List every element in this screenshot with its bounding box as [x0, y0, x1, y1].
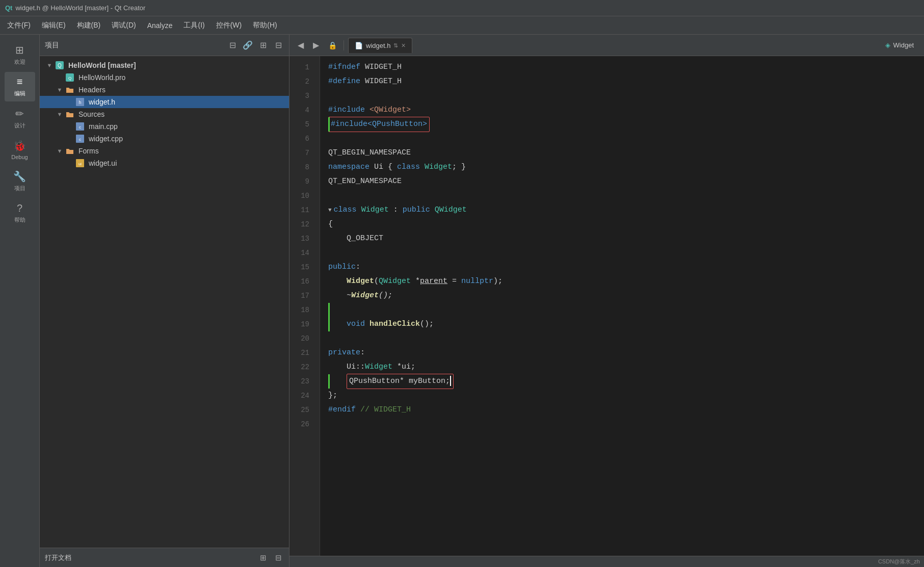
tree-item-sources[interactable]: ▼Sources	[40, 108, 289, 120]
title-bar: Qt widget.h @ HelloWorld [master] - Qt C…	[0, 0, 924, 16]
tree-label: main.cpp	[89, 122, 118, 131]
code-line-18[interactable]	[328, 303, 924, 317]
code-line-13[interactable]: Q_OBJECT	[328, 231, 924, 246]
menu-item-h[interactable]: 帮助(H)	[248, 19, 282, 32]
sidebar-item-设计[interactable]: ✏设计	[5, 104, 35, 134]
code-line-10[interactable]	[328, 189, 924, 203]
menu-item-d[interactable]: 调试(D)	[107, 19, 141, 32]
sidebar-item-项目[interactable]: 🔧项目	[5, 166, 35, 196]
token: ();	[379, 289, 392, 303]
sidebar-icon-Debug: 🐞	[13, 140, 26, 152]
sidebar-item-欢迎[interactable]: ⊞欢迎	[5, 40, 35, 70]
code-line-8[interactable]: namespace Ui { class Widget; }	[328, 160, 924, 174]
link-btn[interactable]: 🔗	[242, 40, 253, 51]
tree-item-pro[interactable]: QHelloWorld.pro	[40, 71, 289, 84]
code-editor[interactable]: 1234567891011121314151617181920212223242…	[289, 56, 924, 556]
sidebar-item-Debug[interactable]: 🐞Debug	[5, 136, 35, 164]
code-content[interactable]: #ifndef WIDGET_H#define WIDGET_H#include…	[320, 56, 924, 556]
line-num-3: 3	[289, 89, 313, 103]
code-line-12[interactable]: {	[328, 217, 924, 231]
file-tab[interactable]: 📄 widget.h ⇅ ×	[348, 38, 412, 53]
open-docs-label: 打开文档	[45, 553, 253, 562]
tree-item-forms[interactable]: ▼Forms	[40, 145, 289, 157]
menu-item-i[interactable]: 工具(I)	[178, 19, 209, 32]
tree-item-widget_h[interactable]: hwidget.h	[40, 96, 289, 108]
code-line-16[interactable]: Widget(QWidget *parent = nullptr);	[328, 274, 924, 289]
code-line-15[interactable]: public:	[328, 260, 924, 274]
tree-file-icon: ui	[75, 159, 85, 168]
token: Ui::	[328, 360, 365, 374]
token: :	[389, 203, 403, 217]
sidebar-item-编辑[interactable]: ≡编辑	[5, 72, 35, 101]
sidebar-label-项目: 项目	[14, 185, 25, 192]
sidebar-label-帮助: 帮助	[14, 216, 25, 224]
code-line-5[interactable]: #include<QPushButton>	[328, 117, 924, 132]
code-line-22[interactable]: Ui::Widget *ui;	[328, 360, 924, 374]
tree-item-widget_ui[interactable]: uiwidget.ui	[40, 157, 289, 169]
tree-item-widget_cpp[interactable]: cwidget.cpp	[40, 133, 289, 145]
menu-item-w[interactable]: 控件(W)	[211, 19, 247, 32]
token: QWidget	[379, 274, 411, 289]
credit-text: CSDN@落水_zh	[878, 558, 920, 565]
line-num-4: 4	[289, 103, 313, 117]
code-line-19[interactable]: void handleClick();	[328, 317, 924, 331]
code-line-9[interactable]: QT_END_NAMESPACE	[328, 174, 924, 189]
menu-item-f[interactable]: 文件(F)	[2, 19, 36, 32]
code-line-7[interactable]: QT_BEGIN_NAMESPACE	[328, 146, 924, 160]
code-line-25[interactable]: #endif // WIDGET_H	[328, 403, 924, 417]
tree-item-main_cpp[interactable]: cmain.cpp	[40, 120, 289, 133]
code-line-3[interactable]	[328, 89, 924, 103]
code-line-11[interactable]: ▼class Widget : public QWidget	[328, 203, 924, 217]
sidebar-item-帮助[interactable]: ?帮助	[5, 198, 35, 228]
code-line-4[interactable]: #include <QWidget>	[328, 103, 924, 117]
green-bar-19	[328, 317, 330, 331]
sidebar-label-设计: 设计	[14, 122, 25, 130]
tab-close-btn[interactable]: ×	[401, 41, 405, 49]
panel-options-btn[interactable]: ⊟	[273, 40, 284, 51]
code-line-6[interactable]	[328, 132, 924, 146]
fold-arrow-11[interactable]: ▼	[328, 203, 332, 217]
prev-tab-btn[interactable]: ◀	[294, 38, 308, 53]
code-line-1[interactable]: #ifndef WIDGET_H	[328, 60, 924, 74]
token: (	[374, 274, 379, 289]
tree-item-root[interactable]: ▼QHelloWorld [master]	[40, 59, 289, 71]
line-num-26: 26	[289, 417, 313, 431]
token: private	[328, 346, 360, 360]
menu-item-e[interactable]: 编辑(E)	[37, 19, 71, 32]
line-num-9: 9	[289, 174, 313, 189]
filter-btn[interactable]: ⊟	[227, 40, 238, 51]
code-line-21[interactable]: private:	[328, 346, 924, 360]
tree-item-headers[interactable]: ▼Headers	[40, 84, 289, 96]
tab-file-icon: 📄	[355, 42, 363, 49]
code-line-26[interactable]	[328, 417, 924, 431]
footer-expand-btn[interactable]: ⊞	[257, 552, 269, 563]
token: =	[447, 274, 461, 289]
status-bar: CSDN@落水_zh	[289, 556, 924, 567]
code-line-24[interactable]: };	[328, 389, 924, 403]
app-icon: Qt	[5, 4, 12, 12]
panel-footer: 打开文档 ⊞ ⊟	[40, 548, 289, 567]
code-line-23[interactable]: QPushButton* myButton;	[328, 374, 924, 389]
code-line-14[interactable]	[328, 246, 924, 260]
lock-btn[interactable]: 🔒	[325, 38, 339, 53]
token: WIDGET_H	[365, 60, 402, 74]
code-line-17[interactable]: ~Widget();	[328, 289, 924, 303]
menu-item-b[interactable]: 构建(B)	[72, 19, 106, 32]
svg-text:h: h	[78, 100, 81, 105]
next-tab-btn[interactable]: ▶	[309, 38, 323, 53]
tree-label: widget.cpp	[89, 135, 123, 143]
line-num-5: 5	[289, 117, 313, 132]
token: {	[383, 160, 397, 174]
token: Widget	[365, 360, 392, 374]
sidebar-icon-编辑: ≡	[17, 76, 23, 88]
line-num-17: 17	[289, 289, 313, 303]
token: Ui	[374, 160, 383, 174]
tab-sort-btn[interactable]: ⇅	[393, 42, 398, 49]
code-line-20[interactable]	[328, 331, 924, 346]
expand-btn[interactable]: ⊞	[257, 40, 269, 51]
menu-item-analyze[interactable]: Analyze	[142, 19, 178, 32]
code-line-2[interactable]: #define WIDGET_H	[328, 74, 924, 89]
svg-text:c: c	[79, 125, 81, 130]
footer-options-btn[interactable]: ⊟	[273, 552, 284, 563]
token: *ui;	[392, 360, 415, 374]
